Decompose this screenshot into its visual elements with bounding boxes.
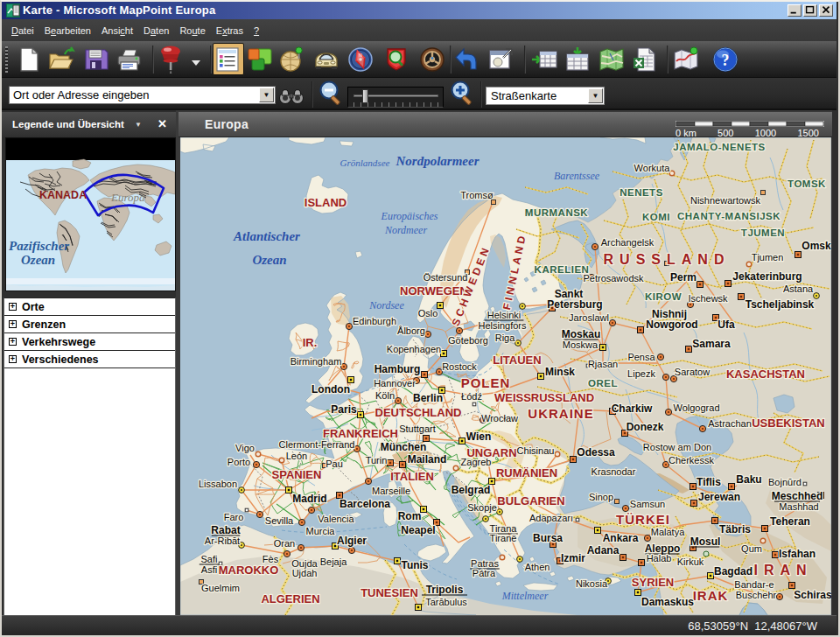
- svg-text:Ufa: Ufa: [718, 318, 735, 331]
- svg-text:Stuttgart: Stuttgart: [399, 424, 436, 434]
- svg-text:Tjumen: Tjumen: [752, 252, 784, 262]
- svg-text:SPANIEN: SPANIEN: [272, 468, 322, 481]
- svg-text:Faro: Faro: [224, 512, 244, 522]
- svg-text:TOMSK: TOMSK: [788, 178, 826, 189]
- svg-text:Riga: Riga: [495, 332, 516, 343]
- svg-text:Mittelmeer: Mittelmeer: [501, 590, 549, 602]
- svg-text:Pau: Pau: [326, 458, 343, 469]
- svg-text:Rom: Rom: [398, 510, 422, 522]
- svg-text:Kirkuk: Kirkuk: [677, 556, 704, 567]
- svg-text:Guelmim: Guelmim: [201, 583, 240, 593]
- svg-text:Petersburg: Petersburg: [547, 298, 602, 311]
- svg-text:Safi: Safi: [201, 554, 218, 564]
- svg-text:Jekaterinburg: Jekaterinburg: [732, 270, 802, 283]
- svg-text:Atlantischer: Atlantischer: [233, 229, 300, 243]
- svg-text:KANADA: KANADA: [39, 189, 87, 201]
- svg-text:Nordsee: Nordsee: [368, 299, 404, 312]
- svg-text:CHANTY-MANSIJSK: CHANTY-MANSIJSK: [677, 211, 780, 221]
- svg-text:Cherkessk: Cherkessk: [668, 455, 714, 466]
- svg-text:Mosul: Mosul: [690, 536, 721, 548]
- svg-text:Wolgograd: Wolgograd: [674, 402, 720, 413]
- svg-text:Samara: Samara: [692, 338, 731, 350]
- svg-text:SYRIEN: SYRIEN: [632, 576, 674, 589]
- svg-text:Rostock: Rostock: [442, 361, 477, 372]
- svg-text:Archangelsk: Archangelsk: [601, 237, 654, 248]
- svg-text:KASACHSTAN: KASACHSTAN: [726, 368, 805, 381]
- svg-text:Östersund: Östersund: [424, 272, 468, 283]
- svg-text:DEUTSCHLAND: DEUTSCHLAND: [375, 406, 462, 419]
- svg-text:IRAK: IRAK: [693, 588, 729, 603]
- svg-text:Pensa: Pensa: [627, 352, 655, 362]
- svg-text:Fès: Fès: [262, 554, 279, 564]
- svg-text:Europäisches: Europäisches: [381, 210, 438, 222]
- svg-text:MURMANSK: MURMANSK: [525, 207, 589, 218]
- svg-text:Astrachan: Astrachan: [708, 418, 752, 429]
- svg-text:Hamburg: Hamburg: [374, 363, 421, 375]
- svg-text:Grönlandsee: Grönlandsee: [340, 158, 390, 168]
- svg-text:Moskau: Moskau: [562, 328, 601, 340]
- svg-text:Birmingham: Birmingham: [290, 356, 342, 367]
- svg-text:Berlin: Berlin: [413, 392, 443, 404]
- svg-text:ITALIEN: ITALIEN: [390, 470, 434, 483]
- svg-text:Lissabon: Lissabon: [199, 479, 237, 489]
- svg-text:KOMI: KOMI: [642, 212, 670, 222]
- svg-text:Clermont-Ferrand: Clermont-Ferrand: [279, 439, 355, 450]
- svg-text:Ozean: Ozean: [21, 253, 55, 267]
- svg-text:Malatya: Malatya: [651, 527, 685, 537]
- svg-text:RUSSLAND: RUSSLAND: [604, 252, 731, 267]
- svg-text:Mashhad: Mashhad: [779, 501, 818, 512]
- svg-text:Belgrad: Belgrad: [452, 484, 491, 496]
- svg-text:Adana: Adana: [587, 544, 620, 556]
- svg-text:Zagreb: Zagreb: [461, 457, 492, 467]
- svg-text:Asfi: Asfi: [201, 564, 217, 575]
- svg-text:Helsingfors: Helsingfors: [478, 320, 527, 331]
- svg-text:OREL: OREL: [588, 378, 618, 388]
- svg-text:Pazifischer: Pazifischer: [9, 239, 69, 253]
- svg-text:FRANKREICH: FRANKREICH: [323, 427, 398, 440]
- svg-text:Helsinki: Helsinki: [487, 310, 522, 320]
- svg-text:Saratow: Saratow: [675, 367, 710, 377]
- svg-text:BULGARIEN: BULGARIEN: [497, 494, 564, 508]
- svg-text:Jerewan: Jerewan: [698, 491, 740, 503]
- svg-text:Ischewsk: Ischewsk: [688, 293, 728, 304]
- svg-text:TJUMEN: TJUMEN: [741, 228, 785, 238]
- svg-text:Nordmeer: Nordmeer: [384, 224, 428, 236]
- svg-text:Sinop: Sinop: [589, 492, 613, 502]
- svg-text:Rabat: Rabat: [211, 524, 240, 536]
- svg-text:Athen: Athen: [525, 562, 550, 572]
- svg-text:Madrid: Madrid: [292, 493, 326, 505]
- svg-text:Vigo: Vigo: [235, 443, 255, 453]
- svg-text:Bagdad: Bagdad: [714, 565, 752, 578]
- svg-text:MAROKKO: MAROKKO: [219, 564, 279, 577]
- svg-text:Göteborg: Göteborg: [448, 335, 488, 346]
- svg-text:Mailand: Mailand: [408, 453, 447, 466]
- svg-text:Bejaja: Bejaja: [320, 556, 347, 567]
- svg-text:Köln: Köln: [375, 390, 395, 401]
- svg-text:IRAN: IRAN: [753, 563, 812, 578]
- svg-text:Tiranë: Tiranë: [490, 533, 517, 543]
- svg-text:Schiras: Schiras: [794, 589, 831, 601]
- svg-text:Moskwa: Moskwa: [563, 340, 598, 350]
- svg-text:Qum: Qum: [741, 543, 762, 554]
- svg-text:Wien: Wien: [466, 430, 492, 443]
- svg-text:?: ?: [722, 52, 730, 69]
- svg-text:Nowgorod: Nowgorod: [646, 318, 697, 331]
- svg-text:ISLAND: ISLAND: [304, 196, 346, 209]
- svg-text:TUNESIEN: TUNESIEN: [360, 586, 418, 599]
- svg-text:Tunis: Tunis: [401, 559, 428, 571]
- svg-text:Bursa: Bursa: [533, 532, 563, 544]
- svg-text:Bojnūrd: Bojnūrd: [768, 477, 802, 487]
- svg-text:Teheran: Teheran: [770, 515, 810, 528]
- svg-text:Adapazarı: Adapazarı: [529, 513, 573, 523]
- svg-text:Samsun: Samsun: [630, 499, 665, 509]
- svg-text:Valencia: Valencia: [318, 514, 354, 524]
- svg-text:Oslo: Oslo: [418, 308, 438, 318]
- svg-text:Nishnewartowsk: Nishnewartowsk: [690, 195, 761, 206]
- svg-text:Nikosia: Nikosia: [576, 578, 608, 589]
- svg-text:Algier: Algier: [337, 535, 367, 547]
- svg-text:Damaskus: Damaskus: [641, 596, 694, 608]
- svg-text:Meschhed: Meschhed: [772, 490, 823, 502]
- svg-text:Turin: Turin: [366, 455, 388, 466]
- svg-text:Oran: Oran: [274, 538, 295, 549]
- svg-text:UKRAINE: UKRAINE: [528, 406, 593, 421]
